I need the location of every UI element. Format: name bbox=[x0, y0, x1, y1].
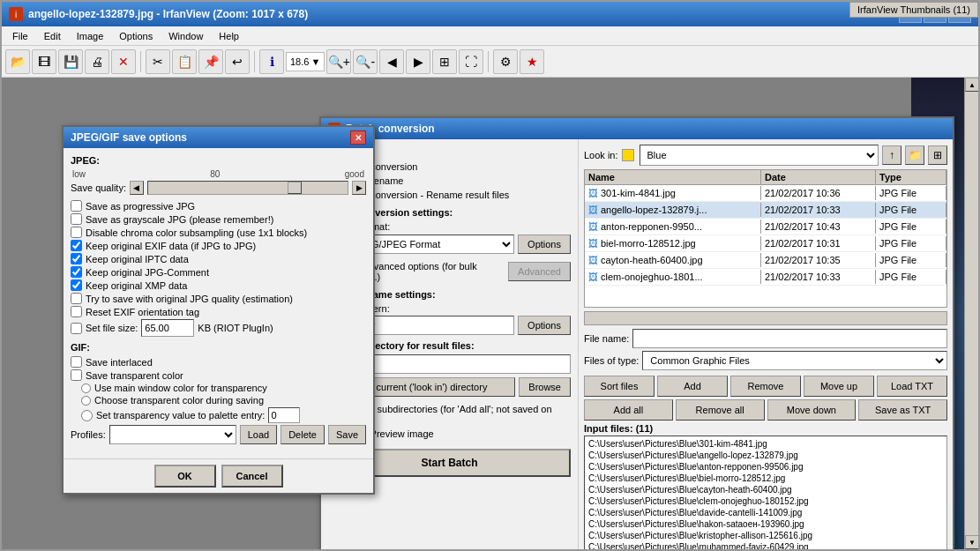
horizontal-scrollbar[interactable] bbox=[584, 311, 947, 325]
menu-file[interactable]: File bbox=[5, 29, 35, 43]
print-button[interactable]: 🖨 bbox=[85, 49, 109, 74]
file-list-row[interactable]: 🖼 clem-onojeghuo-1801... 21/02/2017 10:3… bbox=[585, 269, 946, 286]
input-file-item[interactable]: C:\Users\user\Pictures\Blue\301-kim-4841… bbox=[587, 438, 945, 450]
file-list[interactable]: 🖼 301-kim-4841.jpg 21/02/2017 10:36 JPG … bbox=[584, 184, 947, 308]
profiles-combo[interactable] bbox=[109, 425, 236, 444]
checkbox-keep-xmp[interactable]: Keep original XMP data bbox=[71, 279, 366, 291]
input-file-item[interactable]: C:\Users\user\Pictures\Blue\davide-cante… bbox=[587, 507, 945, 518]
rename-options-button[interactable]: Options bbox=[518, 316, 571, 335]
file-size-input[interactable] bbox=[141, 319, 194, 337]
trans-value-radio[interactable] bbox=[81, 410, 93, 421]
keep-exif-checkbox[interactable] bbox=[71, 240, 82, 251]
radio-main-color[interactable]: Use main window color for transparency bbox=[71, 383, 366, 393]
fit-button[interactable]: ⊞ bbox=[432, 49, 457, 74]
filmstrip-button[interactable]: 🎞 bbox=[32, 49, 56, 74]
quality-slider[interactable] bbox=[147, 181, 348, 195]
keep-comment-checkbox[interactable] bbox=[71, 266, 82, 278]
fullscreen-button[interactable]: ⛶ bbox=[459, 49, 483, 74]
close-file-button[interactable]: ✕ bbox=[111, 49, 136, 74]
checkbox-reset-exif[interactable]: Reset EXIF orientation tag bbox=[71, 306, 366, 317]
main-color-radio[interactable] bbox=[81, 383, 91, 393]
checkbox-save-interlaced[interactable]: Save interlaced bbox=[71, 356, 366, 368]
jpeg-dialog-close[interactable]: ✕ bbox=[350, 130, 366, 145]
file-list-row[interactable]: 🖼 301-kim-4841.jpg 21/02/2017 10:36 JPG … bbox=[585, 185, 946, 202]
file-list-row[interactable]: 🖼 biel-morro-128512.jpg 21/02/2017 10:31… bbox=[585, 235, 946, 252]
file-list-row[interactable]: 🖼 cayton-heath-60400.jpg 21/02/2017 10:3… bbox=[585, 252, 946, 269]
input-file-item[interactable]: C:\Users\user\Pictures\Blue\anton-reppon… bbox=[587, 461, 945, 473]
zoom-in-button[interactable]: 🔍+ bbox=[326, 49, 351, 74]
input-file-item[interactable]: C:\Users\user\Pictures\Blue\muhammed-fav… bbox=[587, 541, 945, 550]
grayscale-checkbox[interactable] bbox=[71, 213, 82, 225]
zoom-dropdown-icon[interactable]: ▼ bbox=[310, 56, 320, 67]
ok-button[interactable]: OK bbox=[154, 465, 216, 488]
move-down-button[interactable]: Move down bbox=[767, 399, 857, 421]
input-file-item[interactable]: C:\Users\user\Pictures\Blue\cayton-heath… bbox=[587, 484, 945, 495]
look-in-up-button[interactable]: ↑ bbox=[882, 145, 901, 165]
checkbox-grayscale[interactable]: Save as grayscale JPG (please remember!) bbox=[71, 213, 366, 225]
cancel-button[interactable]: Cancel bbox=[221, 465, 283, 488]
trans-value-input[interactable] bbox=[268, 407, 300, 423]
checkbox-keep-exif[interactable]: Keep original EXIF data (if JPG to JPG) bbox=[71, 240, 366, 251]
file-list-row[interactable]: 🖼 anton-repponen-9950... 21/02/2017 10:4… bbox=[585, 219, 946, 235]
zoom-out-button[interactable]: 🔍- bbox=[353, 49, 378, 74]
checkbox-keep-comment[interactable]: Keep original JPG-Comment bbox=[71, 266, 366, 278]
slider-right-arrow[interactable]: ▶ bbox=[352, 181, 366, 195]
look-in-view-button[interactable]: ⊞ bbox=[928, 145, 947, 165]
input-file-item[interactable]: C:\Users\user\Pictures\Blue\angello-lope… bbox=[587, 450, 945, 461]
info-button[interactable]: ℹ bbox=[259, 49, 284, 74]
scrollbar-right[interactable]: ▲ ▼ bbox=[964, 78, 978, 549]
cut-button[interactable]: ✂ bbox=[146, 49, 170, 74]
paste-button[interactable]: 📌 bbox=[198, 49, 223, 74]
radio-choose-color[interactable]: Choose transparent color during saving bbox=[71, 395, 366, 406]
open-button[interactable]: 📂 bbox=[5, 49, 30, 74]
prev-button[interactable]: ◀ bbox=[379, 49, 404, 74]
menu-edit[interactable]: Edit bbox=[37, 29, 68, 43]
file-size-checkbox[interactable] bbox=[71, 323, 82, 334]
scroll-down-button[interactable]: ▼ bbox=[965, 535, 979, 549]
look-in-new-button[interactable]: 📁 bbox=[905, 145, 924, 165]
checkbox-keep-iptc[interactable]: Keep original IPTC data bbox=[71, 253, 366, 264]
next-button[interactable]: ▶ bbox=[406, 49, 430, 74]
checkbox-try-quality[interactable]: Try to save with original JPG quality (e… bbox=[71, 293, 366, 304]
input-files-list[interactable]: C:\Users\user\Pictures\Blue\301-kim-4841… bbox=[584, 436, 947, 550]
zoom-combo[interactable]: 18.6 ▼ bbox=[286, 52, 325, 71]
transparent-checkbox[interactable] bbox=[71, 369, 82, 381]
move-up-button[interactable]: Move up bbox=[804, 376, 874, 397]
chroma-checkbox[interactable] bbox=[71, 227, 82, 238]
save-profile-button[interactable]: Save bbox=[328, 425, 366, 444]
add-button[interactable]: Add bbox=[657, 376, 728, 397]
menu-image[interactable]: Image bbox=[70, 29, 111, 43]
checkbox-progressive[interactable]: Save as progressive JPG bbox=[71, 200, 366, 212]
load-txt-button[interactable]: Load TXT bbox=[877, 376, 947, 397]
settings-button[interactable]: ⚙ bbox=[493, 49, 518, 74]
checkbox-save-transparent[interactable]: Save transparent color bbox=[71, 369, 366, 381]
options-button[interactable]: Options bbox=[518, 235, 571, 254]
keep-xmp-checkbox[interactable] bbox=[71, 279, 82, 291]
slider-left-arrow[interactable]: ◀ bbox=[130, 181, 144, 195]
taskbar-item[interactable]: IrfanView Thumbnails (11) bbox=[849, 2, 978, 18]
save-as-txt-button[interactable]: Save as TXT bbox=[858, 399, 947, 421]
choose-color-radio[interactable] bbox=[81, 396, 91, 406]
remove-all-button[interactable]: Remove all bbox=[676, 399, 765, 421]
scroll-up-button[interactable]: ▲ bbox=[965, 78, 979, 92]
effects-button[interactable]: ★ bbox=[520, 49, 544, 74]
delete-profile-button[interactable]: Delete bbox=[281, 425, 325, 444]
progressive-checkbox[interactable] bbox=[71, 200, 82, 212]
browse-button[interactable]: Browse bbox=[519, 377, 571, 397]
sort-files-button[interactable]: Sort files bbox=[584, 376, 655, 397]
file-list-row[interactable]: 🖼 angello-lopez-132879.j... 21/02/2017 1… bbox=[585, 202, 946, 219]
input-file-item[interactable]: C:\Users\user\Pictures\Blue\kristopher-a… bbox=[587, 530, 945, 541]
input-file-item[interactable]: C:\Users\user\Pictures\Blue\hakon-sataoе… bbox=[587, 518, 945, 530]
menu-options[interactable]: Options bbox=[112, 29, 160, 43]
advanced-button[interactable]: Advanced bbox=[508, 262, 571, 281]
menu-window[interactable]: Window bbox=[161, 29, 210, 43]
load-profile-button[interactable]: Load bbox=[240, 425, 277, 444]
checkbox-chroma[interactable]: Disable chroma color subsampling (use 1x… bbox=[71, 227, 366, 238]
reset-exif-checkbox[interactable] bbox=[71, 306, 82, 317]
slider-thumb[interactable] bbox=[288, 182, 302, 194]
look-in-combo[interactable]: Blue bbox=[640, 145, 879, 166]
add-all-button[interactable]: Add all bbox=[584, 399, 673, 421]
files-of-type-combo[interactable]: Common Graphic Files bbox=[642, 351, 947, 370]
remove-button[interactable]: Remove bbox=[730, 376, 801, 397]
interlaced-checkbox[interactable] bbox=[71, 356, 82, 368]
